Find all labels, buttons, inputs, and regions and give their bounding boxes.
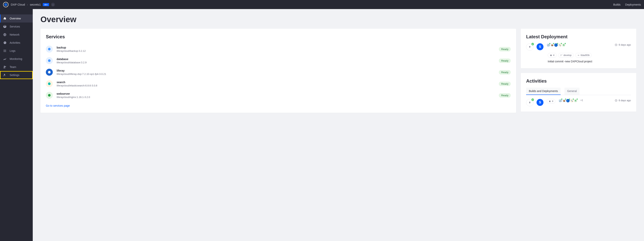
status-badge: Ready [499,47,511,52]
sidebar-label: Activities [10,41,20,44]
check-icon [531,98,534,101]
svg-point-9 [531,43,534,45]
user-avatar[interactable]: S [536,99,544,106]
service-row-database[interactable]: database liferaycloud/database:3.2.9 Rea… [46,55,511,66]
status-badge: Ready [499,93,511,98]
pin-icon [550,54,552,56]
service-dots: 🔄 📦 🔵 🔍 N [546,43,566,47]
deployment-card-title: Latest Deployment [526,34,631,40]
service-desc: liferaycloud/backup:3.2.12 [56,50,495,52]
main-content: Overview Services backup liferaycloud/ba… [33,9,644,241]
tab-builds-deployments[interactable]: Builds and Deployments [526,88,560,95]
commit-icon [577,54,580,56]
sidebar-label: Monitoring [10,57,22,60]
service-row-search[interactable]: search liferaycloud/elasticsearch:6.8.6-… [46,78,511,90]
service-icon [46,46,53,52]
activities-tabs: Builds and Deployments General [526,88,631,95]
status-badge: Ready [499,70,511,74]
service-icon [46,80,53,87]
service-row-backup[interactable]: backup liferaycloud/backup:3.2.12 Ready [46,43,511,55]
env-dropdown[interactable]: ⌄ [51,3,55,6]
activities-card: Activities Builds and Deployments Genera… [521,73,636,112]
home-icon [3,17,6,20]
logo[interactable] [3,2,8,7]
svg-point-7 [48,82,50,85]
service-name: webserver [56,92,495,95]
svg-point-12 [562,54,562,55]
sidebar-label: Network [10,33,20,36]
svg-point-11 [560,54,561,55]
activity-time: 6 days ago [615,99,631,102]
sidebar-label: Overview [10,17,21,20]
svg-point-14 [578,55,579,56]
topbar: DXP Cloud › secrets1 dev ⌄ Builds Deploy… [0,0,644,9]
tab-general[interactable]: General [564,88,580,95]
svg-point-6 [48,71,50,73]
activity-status-icon [526,99,534,106]
count-pill[interactable]: 4 [548,53,556,58]
topbar-builds-link[interactable]: Builds [613,3,620,6]
history-icon [3,41,6,44]
services-card-title: Services [46,34,511,40]
sidebar-label: Team [10,66,16,68]
check-icon [531,42,534,46]
commit-message: Initial commit -new DXPCloud project [548,60,631,63]
sidebar-item-team[interactable]: Team [0,63,33,71]
services-card: Services backup liferaycloud/backup:3.2.… [40,29,516,113]
svg-point-1 [4,66,5,67]
people-icon [3,65,6,69]
activity-count-pill[interactable]: 4 [546,99,556,104]
globe-icon [3,33,6,36]
commit-pill[interactable]: 6dad93b [575,53,592,58]
service-name: liferay [56,69,495,72]
service-desc: liferaycloud/nginx:1.16.1-3.2.0 [56,96,495,98]
sidebar-item-settings[interactable]: Settings [0,71,33,79]
sidebar-item-overview[interactable]: Overview [0,14,33,22]
status-badge: Ready [499,82,511,86]
topbar-deployments-link[interactable]: Deployments [625,3,641,6]
breadcrumb: DXP Cloud › secrets1 dev ⌄ [11,3,55,6]
sidebar-label: Services [10,25,20,28]
svg-point-2 [5,66,6,67]
svg-point-3 [4,74,5,75]
plus-count: +1 [580,99,583,102]
service-icon [46,69,53,76]
service-desc: liferaycloud/elasticsearch:6.8.6-3.0.8 [56,84,495,87]
svg-point-5 [48,59,50,62]
branch-icon [560,54,562,56]
activities-card-title: Activities [526,78,631,84]
service-name: backup [56,46,495,49]
sidebar: Overview Services Network Activities Log… [0,9,33,241]
service-dots: 🔄 📦 🔵 🔍 N [558,99,577,102]
activity-row[interactable]: S 4 🔄 📦 🔵 🔍 N +1 6 da [526,99,631,106]
user-avatar[interactable]: S [536,43,544,50]
svg-point-15 [531,98,534,101]
sidebar-item-activities[interactable]: Activities [0,39,33,47]
deployment-card: Latest Deployment S 🔄 📦 🔵 [521,29,636,68]
person-gear-icon [3,73,6,77]
clock-icon [615,44,618,46]
service-row-liferay[interactable]: liferay liferaycloud/liferay-dxp:7.2.10-… [46,66,511,78]
service-icon [46,57,53,64]
service-desc: liferaycloud/database:3.2.9 [56,61,495,64]
clock-icon [615,99,618,102]
service-name: database [56,58,495,61]
services-page-link[interactable]: Go to services page [46,104,70,107]
sidebar-item-monitoring[interactable]: Monitoring [0,55,33,63]
list-icon [3,49,6,52]
branch-pill[interactable]: develop [558,53,574,58]
sidebar-label: Settings [10,74,20,76]
page-title: Overview [40,15,636,24]
breadcrumb-project[interactable]: secrets1 [30,3,41,6]
service-icon [46,92,53,99]
breadcrumb-product[interactable]: DXP Cloud [11,3,25,6]
chevron-right-icon: › [27,3,28,6]
sidebar-item-logs[interactable]: Logs [0,47,33,55]
sidebar-item-network[interactable]: Network [0,30,33,39]
cube-icon [3,25,6,28]
status-badge: Ready [499,58,511,63]
sidebar-item-services[interactable]: Services [0,22,33,30]
service-row-webserver[interactable]: webserver liferaycloud/nginx:1.16.1-3.2.… [46,90,511,101]
deployment-time: 6 days ago [615,43,631,46]
env-badge: dev [43,3,49,6]
